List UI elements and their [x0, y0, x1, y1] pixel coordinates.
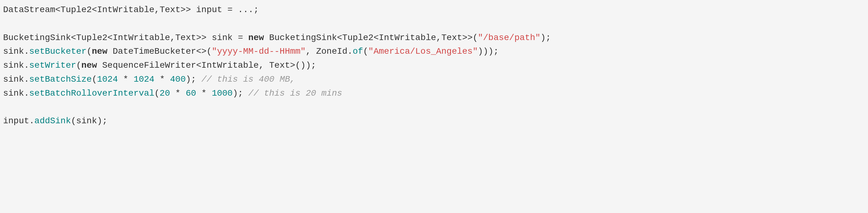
close-paren: ); [186, 74, 196, 84]
dot: . [24, 74, 29, 84]
dot: . [24, 61, 29, 70]
open-paren: ( [92, 74, 97, 84]
gt-close: >()); [290, 61, 316, 70]
number-1024: 1024 [97, 74, 118, 84]
keyword-new: new [92, 47, 107, 56]
number-20: 20 [160, 89, 170, 98]
lt: < [337, 33, 342, 42]
code-line-7: sink.setBatchRolloverInterval(20 * 60 * … [3, 89, 342, 98]
code-line-6: sink.setBatchSize(1024 * 1024 * 400); //… [3, 74, 295, 84]
space [128, 74, 133, 84]
lt: < [55, 5, 61, 14]
lt: < [373, 33, 379, 42]
code-line-9: input.addSink(sink); [3, 116, 107, 126]
type-datastream: DataStream [3, 5, 55, 14]
space [196, 74, 202, 84]
type-intwritable: IntWritable [379, 33, 436, 42]
var-sink: sink [3, 89, 24, 98]
lt: < [107, 33, 113, 42]
op-multiply: * [160, 74, 165, 84]
space [264, 33, 269, 42]
lt: < [92, 5, 97, 14]
code-line-4: sink.setBucketer(new DateTimeBucketer<>(… [3, 47, 499, 56]
comma: , [170, 33, 176, 42]
type-text: Text [269, 61, 290, 70]
comma: , [436, 33, 441, 42]
number-60: 60 [186, 89, 196, 98]
type-bucketingsink: BucketingSink [269, 33, 337, 42]
keyword-new: new [81, 61, 97, 70]
space [264, 61, 269, 70]
ellipsis: ...; [238, 5, 258, 14]
var-sink: sink [212, 33, 232, 42]
open-paren: ( [154, 89, 160, 98]
var-sink: sink [76, 116, 97, 126]
var-input: input [196, 5, 222, 14]
comma: , [258, 61, 264, 70]
space [207, 33, 212, 42]
close-paren: ); [232, 89, 243, 98]
var-sink: sink [3, 74, 24, 84]
space [170, 89, 176, 98]
number-400: 400 [170, 74, 186, 84]
diamond: <>( [196, 47, 212, 56]
dot: . [24, 47, 29, 56]
type-intwritable: IntWritable [202, 61, 259, 70]
comment-20mins: // this is 20 mins [248, 89, 342, 98]
string-date-format: "yyyy-MM-dd--HHmm" [212, 47, 306, 56]
space [232, 33, 238, 42]
space [222, 5, 227, 14]
method-of: of [353, 47, 363, 56]
gt: >> [180, 5, 191, 14]
number-1024: 1024 [133, 74, 154, 84]
number-1000: 1000 [212, 89, 232, 98]
type-datetimebucketer: DateTimeBucketer [113, 47, 196, 56]
type-intwritable: IntWritable [113, 33, 170, 42]
lt: < [196, 61, 202, 70]
dot: . [29, 116, 34, 126]
type-tuple2: Tuple2 [76, 33, 107, 42]
code-block: DataStream<Tuple2<IntWritable,Text>> inp… [3, 3, 865, 128]
method-addsink: addSink [34, 116, 71, 126]
space [165, 74, 170, 84]
comment-400mb: // this is 400 MB, [202, 74, 295, 84]
code-line-5: sink.setWriter(new SequenceFileWriter<In… [3, 61, 316, 70]
dot: . [24, 89, 29, 98]
space [180, 89, 186, 98]
method-setbucketer: setBucketer [29, 47, 87, 56]
space [243, 33, 248, 42]
comma: , [306, 47, 311, 56]
type-sequencefilewriter: SequenceFileWriter [102, 61, 196, 70]
op-equals: = [227, 5, 233, 14]
close-paren: ); [540, 33, 551, 42]
code-line-3: BucketingSink<Tuple2<IntWritable,Text>> … [3, 33, 551, 42]
type-zoneid: ZoneId [316, 47, 347, 56]
space [196, 89, 202, 98]
var-sink: sink [3, 61, 24, 70]
space [191, 5, 196, 14]
var-input: input [3, 116, 29, 126]
open-paren: ( [71, 116, 76, 126]
string-zone: "America/Los_Angeles" [368, 47, 478, 56]
type-text: Text [176, 33, 196, 42]
type-text: Text [160, 5, 180, 14]
space [243, 89, 248, 98]
op-equals: = [238, 33, 243, 42]
type-tuple2: Tuple2 [342, 33, 373, 42]
type-text: Text [441, 33, 462, 42]
space [207, 89, 212, 98]
space [311, 47, 316, 56]
space [154, 74, 160, 84]
open-paren: ( [87, 47, 92, 56]
code-line-1: DataStream<Tuple2<IntWritable,Text>> inp… [3, 5, 258, 14]
keyword-new: new [248, 33, 264, 42]
string-base-path: "/base/path" [478, 33, 540, 42]
space [107, 47, 113, 56]
open-paren: ( [76, 61, 81, 70]
method-setbatchsize: setBatchSize [29, 74, 92, 84]
gt: >> [196, 33, 207, 42]
type-intwritable: IntWritable [97, 5, 154, 14]
space [97, 61, 102, 70]
close-paren: ))); [478, 47, 499, 56]
space [118, 74, 123, 84]
